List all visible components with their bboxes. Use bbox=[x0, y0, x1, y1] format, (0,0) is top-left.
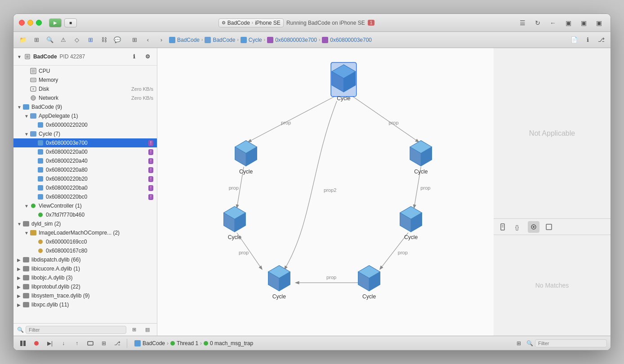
sidebar-item-libxpc[interactable]: ▶ libxpc.dylib (11) bbox=[13, 300, 157, 309]
search-icon[interactable]: 🔍 bbox=[44, 34, 56, 46]
sidebar-item-dyld[interactable]: ▼ dyld_sim (2) bbox=[13, 219, 157, 228]
share-btn[interactable]: ⎇ bbox=[111, 338, 123, 348]
sidebar-item-libicucore[interactable]: ▶ libicucore.A.dylib (1) bbox=[13, 264, 157, 273]
inspector-tab-rect[interactable] bbox=[543, 221, 555, 233]
view-btn[interactable]: ⊞ bbox=[98, 338, 110, 348]
inspector-content: No Matches bbox=[494, 235, 611, 336]
bottom-filter-input[interactable] bbox=[535, 339, 607, 347]
process-icon bbox=[24, 53, 31, 60]
share-icon[interactable]: ⎇ bbox=[595, 34, 607, 46]
sidebar-item-addr2[interactable]: 0x608000220a00 ! bbox=[13, 147, 157, 156]
inspector-tab-file[interactable] bbox=[497, 221, 509, 233]
step-out-btn[interactable]: ↑ bbox=[71, 338, 83, 348]
sidebar-filter-input[interactable] bbox=[26, 326, 126, 334]
svg-rect-33 bbox=[331, 62, 357, 97]
imageloader-label: ImageLoaderMachOCompre... (2) bbox=[39, 230, 153, 236]
sidebar-item-cycle[interactable]: ▼ Cycle (7) bbox=[13, 129, 157, 138]
sidebar-item-cpu[interactable]: CPU bbox=[13, 67, 157, 75]
layout-icon[interactable]: ☰ bbox=[516, 18, 529, 27]
back-icon[interactable]: ← bbox=[547, 18, 559, 27]
new-file-icon[interactable]: 📄 bbox=[568, 34, 580, 46]
sidebar-item-addr0[interactable]: 0x600000220200 bbox=[13, 120, 157, 129]
graph-node-left2[interactable]: Cycle bbox=[224, 206, 246, 240]
sidebar-item-img-addr1[interactable]: 0x600000169cc0 bbox=[13, 237, 157, 246]
addr6-badge: ! bbox=[148, 185, 153, 191]
nav-prev[interactable]: ‹ bbox=[142, 34, 154, 46]
sidebar-item-addr6[interactable]: 0x608000220ba0 ! bbox=[13, 183, 157, 192]
link-icon[interactable]: ⛓ bbox=[98, 34, 110, 46]
cpu-icon bbox=[30, 67, 37, 75]
sidebar-item-addr7[interactable]: 0x608000220bc0 ! bbox=[13, 192, 157, 201]
process-name: BadCode bbox=[33, 53, 57, 60]
minimize-button[interactable] bbox=[27, 20, 33, 26]
chat-icon[interactable]: 💬 bbox=[111, 34, 123, 46]
playback-btn[interactable] bbox=[17, 338, 29, 348]
refresh-icon[interactable]: ↻ bbox=[531, 18, 544, 27]
maximize-button[interactable] bbox=[36, 20, 42, 26]
sidebar-item-appdelegate[interactable]: ▼ AppDelegate (1) bbox=[13, 111, 157, 120]
svg-text:prop: prop bbox=[398, 250, 408, 255]
sidebar-item-viewcontroller[interactable]: ▼ ViewController (1) bbox=[13, 201, 157, 210]
step-into-btn[interactable]: ↓ bbox=[58, 338, 69, 348]
layout-toggle-btn[interactable]: ⊞ bbox=[513, 338, 525, 348]
thread-project: BadCode bbox=[143, 340, 165, 346]
table-icon[interactable]: ⊞ bbox=[85, 34, 96, 46]
sidebar-item-imageloader[interactable]: ▼ ImageLoaderMachOCompre... (2) bbox=[13, 228, 157, 237]
folder-icon[interactable]: 📁 bbox=[17, 34, 29, 46]
sidebar-item-libdispatch[interactable]: ▶ libdispatch.dylib (66) bbox=[13, 255, 157, 264]
cpu-label: CPU bbox=[39, 68, 153, 74]
settings-icon[interactable]: ⚙ bbox=[142, 51, 153, 62]
sidebar-item-libsystem-trace[interactable]: ▶ libsystem_trace.dylib (9) bbox=[13, 291, 157, 300]
sidebar-item-addr3[interactable]: 0x608000220a40 ! bbox=[13, 156, 157, 165]
graph-node-bottom-right[interactable]: Cycle bbox=[358, 266, 380, 300]
inspect-icon[interactable]: ℹ bbox=[128, 51, 140, 62]
inspector-tab-circle[interactable] bbox=[528, 221, 539, 233]
graph-node-right1[interactable]: Cycle bbox=[410, 141, 432, 175]
center-panel: prop prop prop prop prop bbox=[157, 48, 494, 336]
sidebar-item-badcode[interactable]: ▼ BadCode (9) bbox=[13, 102, 157, 111]
diamond-icon[interactable]: ◇ bbox=[71, 34, 83, 46]
step-instruction-btn[interactable] bbox=[85, 338, 96, 348]
sidebar-item-libobjc[interactable]: ▶ libobjc.A.dylib (3) bbox=[13, 273, 157, 282]
inspector-tab-structure[interactable]: {} bbox=[513, 221, 524, 233]
disk-icon bbox=[30, 85, 37, 93]
addr1-badge: ! bbox=[148, 140, 153, 146]
sidebar-item-addr4[interactable]: 0x608000220a80 ! bbox=[13, 165, 157, 174]
toolbar: 📁 ⊞ 🔍 ⚠ ◇ ⊞ ⛓ 💬 ⊞ ‹ › BadCode › BadCode … bbox=[13, 32, 611, 48]
libicucore-arrow: ▶ bbox=[17, 266, 22, 271]
img-addr1-label: 0x600000169cc0 bbox=[46, 239, 153, 245]
sidebar-item-libprotobuf[interactable]: ▶ libprotobuf.dylib (22) bbox=[13, 282, 157, 291]
filter-options-icon[interactable]: ⊞ bbox=[128, 324, 140, 336]
close-button[interactable] bbox=[19, 20, 25, 26]
sidebar-item-memory[interactable]: Memory bbox=[13, 75, 157, 84]
graph-node-left1[interactable]: Cycle bbox=[235, 141, 257, 175]
filter-mode-icon[interactable]: ▤ bbox=[142, 324, 153, 336]
graph-node-right2[interactable]: Cycle bbox=[400, 206, 422, 240]
stop-button[interactable]: ■ bbox=[64, 18, 77, 27]
graph-node-top[interactable]: Cycle bbox=[331, 62, 357, 102]
grid-nav-icon[interactable]: ⊞ bbox=[129, 34, 140, 46]
sidebar-item-network[interactable]: Network Zero KB/s bbox=[13, 93, 157, 102]
sidebar-item-addr5[interactable]: 0x608000220b20 ! bbox=[13, 174, 157, 183]
sidebar-item-disk[interactable]: Disk Zero KB/s bbox=[13, 84, 157, 93]
panel-left-icon[interactable]: ▣ bbox=[562, 18, 575, 27]
graph-node-bottom-left[interactable]: Cycle bbox=[268, 266, 290, 300]
step-over-btn[interactable]: ▶| bbox=[44, 338, 56, 348]
sidebar-item-addr1[interactable]: 0x60800003e700 ! bbox=[13, 138, 157, 147]
addr7-label: 0x608000220bc0 bbox=[46, 194, 147, 200]
record-btn[interactable] bbox=[31, 338, 42, 348]
nav-next[interactable]: › bbox=[156, 34, 167, 46]
sidebar-tree: CPU Memory D bbox=[13, 66, 157, 323]
scheme-badge[interactable]: ⚙ BadCode › iPhone SE bbox=[218, 18, 284, 27]
run-button[interactable]: ▶ bbox=[49, 18, 62, 27]
panel-right-icon[interactable]: ▣ bbox=[593, 18, 605, 27]
warning-icon[interactable]: ⚠ bbox=[58, 34, 69, 46]
sidebar-item-vc-addr[interactable]: 0x7fd7f770b460 bbox=[13, 210, 157, 219]
svg-text:prop: prop bbox=[326, 275, 336, 280]
sidebar-item-img-addr2[interactable]: 0x608000167c80 bbox=[13, 246, 157, 255]
img-addr2-label: 0x608000167c80 bbox=[46, 248, 153, 254]
info-icon[interactable]: ℹ bbox=[582, 34, 593, 46]
grid-icon[interactable]: ⊞ bbox=[31, 34, 42, 46]
svg-text:prop: prop bbox=[229, 185, 239, 191]
panel-center-icon[interactable]: ▣ bbox=[577, 18, 590, 27]
